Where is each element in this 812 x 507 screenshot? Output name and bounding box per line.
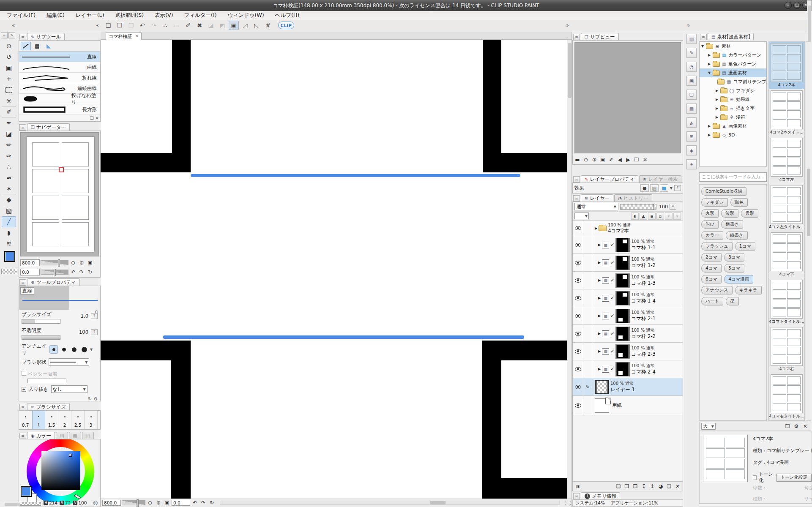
antialias-none-icon[interactable]: [49, 345, 58, 354]
new-vector-layer-icon[interactable]: ❐: [623, 482, 631, 490]
transfer-down-icon[interactable]: ↧: [640, 482, 648, 490]
tab-color-set[interactable]: ▦: [69, 432, 81, 439]
tree-arrow-icon[interactable]: [708, 133, 711, 137]
lock-transparent-icon[interactable]: ▫: [656, 213, 664, 220]
menu-item[interactable]: 選択範囲(S): [115, 12, 144, 19]
blend-mode-dropdown[interactable]: 通常▼: [574, 203, 618, 210]
material-thumbnail[interactable]: 4コマ下タイトル…: [769, 278, 804, 326]
material-tag[interactable]: 丸形: [701, 209, 719, 218]
flip-vertical-icon[interactable]: ◩: [217, 21, 227, 30]
tree-arrow-icon[interactable]: [716, 89, 719, 93]
navigator-rotation-value[interactable]: 0.0: [20, 269, 40, 275]
palette-launcher-icon-1[interactable]: ▤: [686, 34, 697, 44]
foreground-color-swatch[interactable]: [4, 251, 15, 262]
panel-menu-icon[interactable]: ≡: [19, 34, 26, 40]
canvas-rotation-value[interactable]: 0.0: [172, 500, 190, 506]
combine-down-icon[interactable]: ↥: [648, 482, 656, 490]
panel-stack-icon[interactable]: ≋: [574, 482, 582, 490]
snap-special-ruler-icon[interactable]: ◺: [252, 21, 262, 30]
expand-section-icon[interactable]: +: [22, 387, 26, 392]
menu-item[interactable]: ヘルプ(H): [275, 12, 300, 19]
material-tag[interactable]: 1コマ: [735, 242, 755, 251]
material-thumbnail[interactable]: 4コマ2本: [769, 42, 804, 89]
pencil-tool[interactable]: ✏: [2, 139, 16, 150]
material-thumbnail[interactable]: 4コマ下: [769, 231, 804, 278]
sv-cursor[interactable]: [69, 454, 72, 457]
new-file-icon[interactable]: ❏: [103, 21, 113, 30]
palette-launcher-icon-4[interactable]: ▣: [686, 76, 697, 86]
visibility-toggle[interactable]: [573, 221, 583, 236]
layer-opacity-value[interactable]: 100: [659, 204, 668, 210]
material-tag[interactable]: 雲形: [741, 209, 758, 218]
brush-size-preset[interactable]: 0.7: [19, 411, 32, 429]
material-tag[interactable]: 叫び: [701, 220, 719, 229]
tab-history[interactable]: ◔ヒストリー: [614, 194, 652, 202]
zoom-in-icon[interactable]: ⊕: [78, 259, 85, 267]
collapse-panel-dock-icon[interactable]: «: [96, 22, 99, 28]
material-tag[interactable]: 3コマ: [724, 253, 744, 262]
clip-portal-button[interactable]: CLIP: [278, 22, 294, 29]
material-tree-item[interactable]: 漫画素材: [700, 68, 766, 77]
visibility-toggle[interactable]: [573, 396, 583, 415]
decoration-tool[interactable]: ✶: [2, 183, 16, 194]
reset-tool-icon[interactable]: ↻: [88, 396, 92, 402]
layer-thumbnail[interactable]: [615, 256, 630, 270]
collapse-left-dock-icon[interactable]: «: [12, 22, 15, 28]
antialias-middle-icon[interactable]: [70, 345, 78, 354]
antialias-weak-icon[interactable]: [60, 345, 68, 354]
material-tree-item[interactable]: フキダシ: [700, 86, 766, 95]
transparent-color-swatch[interactable]: [1, 269, 17, 274]
layer-thumbnail[interactable]: [615, 273, 630, 288]
effect-spinner[interactable]: ⇕: [674, 185, 681, 191]
frame-subtool-group-icon[interactable]: ▤: [32, 42, 42, 50]
opacity-spinner[interactable]: ⇕: [670, 204, 676, 210]
fit-to-screen-icon[interactable]: ▣: [86, 259, 94, 267]
menu-item[interactable]: レイヤー(L): [76, 12, 104, 19]
eraser-tool[interactable]: ◪: [2, 128, 16, 139]
subtool-item[interactable]: 折れ線: [19, 73, 100, 83]
opacity-value[interactable]: 100: [79, 329, 88, 335]
rotate-left-icon[interactable]: ↶: [191, 499, 199, 507]
visibility-toggle[interactable]: [573, 325, 583, 342]
layer-expand-arrow[interactable]: ▶: [598, 261, 601, 264]
material-search-input[interactable]: ここに検索キーワードを入力…: [699, 172, 767, 182]
4コマ2本[interactable]: ✎ ▶ ▦ ✓ 100 % 通常 4コマ2本: [573, 221, 683, 236]
visibility-toggle[interactable]: [573, 254, 583, 271]
scale-rotate-icon[interactable]: ✖: [194, 21, 205, 30]
brush-shape-dropdown[interactable]: ▼: [49, 358, 89, 366]
import-icon[interactable]: ❒: [633, 156, 640, 164]
rotate-canvas-tool[interactable]: ↺: [2, 52, 16, 63]
material-tag[interactable]: 5コマ: [724, 264, 744, 273]
canvas-zoom-slider[interactable]: [122, 500, 145, 505]
zoom-out-icon[interactable]: ⊖: [69, 259, 77, 267]
tree-arrow-icon[interactable]: [708, 53, 711, 57]
layer-expand-arrow[interactable]: ▶: [598, 278, 601, 282]
menu-item[interactable]: 表示(V): [155, 12, 173, 19]
tab-navigator[interactable]: ❒ナビゲーター: [27, 123, 70, 131]
layer-expand-arrow[interactable]: ▶: [598, 332, 601, 335]
panel-resize-grip[interactable]: [699, 504, 812, 507]
selection-launcher-icon[interactable]: ▣: [229, 21, 239, 30]
palette-launcher-icon-7[interactable]: ◭: [686, 117, 697, 128]
canvas-vertical-scrollbar[interactable]: [567, 40, 571, 499]
tab-color-history[interactable]: ◫: [82, 432, 94, 439]
tone-effect-icon[interactable]: ▨: [650, 184, 659, 192]
transparent-color-swatch[interactable]: [20, 502, 41, 506]
subview-bar-icon[interactable]: ▬: [574, 156, 581, 164]
opacity-spinner[interactable]: ⇕: [91, 329, 98, 335]
fit-to-screen-icon[interactable]: ▣: [163, 499, 171, 507]
レイヤー 1[interactable]: ✎ ▶ ▦ ✓ 100 % 通常 レイヤー 1: [573, 378, 683, 396]
register-tool-icon[interactable]: ⚙: [93, 396, 98, 402]
layer-expand-arrow[interactable]: ▶: [598, 296, 601, 300]
コマ枠 2-4[interactable]: ✎ ▶ ▦ ✓ 100 % 通常 コマ枠 2-4: [573, 360, 683, 378]
menu-item[interactable]: フィルター(I): [184, 12, 216, 19]
palette-launcher-icon-8[interactable]: ⊞: [686, 131, 697, 142]
コマ枠 1-4[interactable]: ✎ ▶ ▦ ✓ 100 % 通常 コマ枠 1-4: [573, 289, 683, 307]
panel-menu-icon[interactable]: ≡: [700, 34, 707, 40]
layer-mask-icon[interactable]: ◕: [657, 482, 664, 490]
selection-dropdown[interactable]: ▼: [574, 213, 589, 219]
layer-thumbnail[interactable]: [615, 362, 630, 376]
border-effect-icon[interactable]: ●: [640, 184, 649, 192]
eyedropper-tool[interactable]: ✐: [2, 106, 16, 117]
material-thumbnail[interactable]: 4コマ2本タイト…: [769, 89, 804, 136]
